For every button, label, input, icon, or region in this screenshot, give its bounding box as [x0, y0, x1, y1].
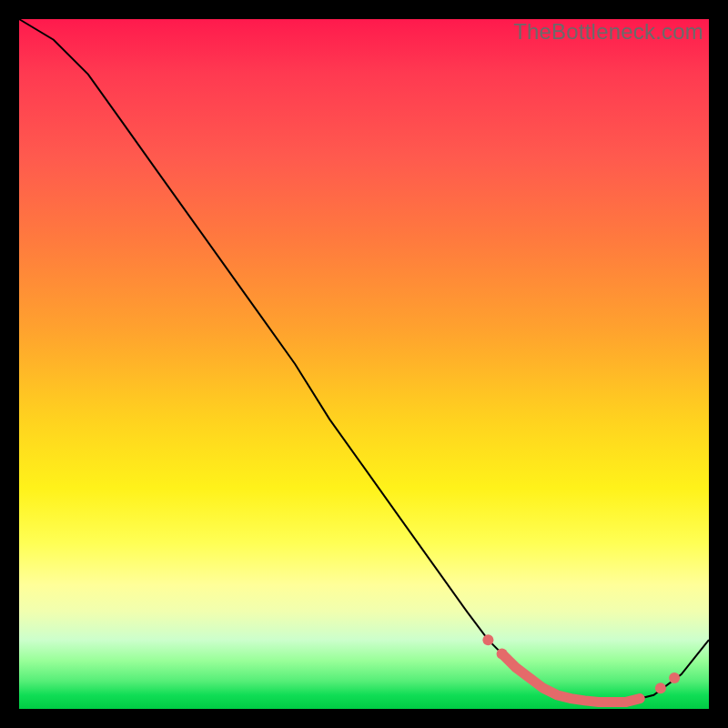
bottleneck-curve	[19, 19, 709, 702]
highlight-dot	[511, 663, 521, 672]
chart-svg	[19, 19, 709, 709]
highlight-dot	[669, 672, 680, 683]
highlight-dot	[594, 697, 603, 706]
highlight-dot	[552, 691, 561, 700]
highlight-dot	[482, 634, 493, 645]
highlight-dot	[655, 682, 666, 693]
highlight-dot	[525, 673, 534, 682]
highlight-dot	[566, 694, 575, 703]
highlight-dot	[581, 696, 590, 705]
highlight-dot	[635, 694, 644, 703]
highlight-dot	[539, 683, 548, 693]
highlight-dot	[497, 648, 508, 659]
highlight-dot	[608, 697, 617, 706]
highlight-dot	[622, 697, 631, 706]
chart-frame: TheBottleneck.com	[19, 19, 709, 709]
